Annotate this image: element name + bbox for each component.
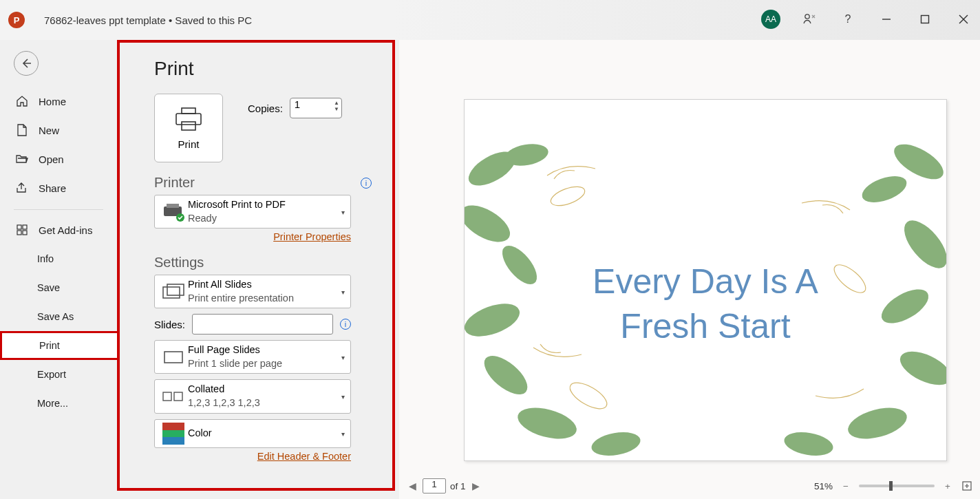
new-icon (15, 124, 29, 136)
nav-info[interactable]: Info (0, 244, 117, 273)
zoom-out-button[interactable]: − (840, 480, 852, 492)
printer-dropdown[interactable]: Microsoft Print to PDF Ready ▾ (154, 195, 351, 229)
close-button[interactable] (954, 10, 973, 29)
slides-label: Slides: (154, 319, 185, 330)
color-dropdown[interactable]: Color ▾ (154, 419, 351, 448)
print-button[interactable]: Print (154, 94, 223, 162)
minimize-button[interactable] (877, 10, 896, 29)
slides-info-icon[interactable]: i (340, 319, 351, 330)
chevron-down-icon: ▾ (341, 429, 345, 437)
share-icon (15, 182, 29, 193)
nav-open[interactable]: Open (0, 145, 117, 173)
zoom-slider[interactable] (859, 485, 935, 487)
document-title: 76862-leaves ppt template • Saved to thi… (44, 14, 252, 26)
svg-point-2 (805, 14, 809, 19)
printer-status-icon (159, 202, 188, 222)
collate-dropdown[interactable]: Collated 1,2,3 1,2,3 1,2,3 ▾ (154, 379, 351, 413)
nav-saveas[interactable]: Save As (0, 302, 117, 331)
next-page-button[interactable]: ▶ (470, 480, 482, 492)
nav-label: Info (37, 253, 54, 264)
titlebar: P 76862-leaves ppt template • Saved to t… (0, 0, 980, 40)
back-button[interactable] (14, 51, 39, 76)
nav-label: More... (37, 398, 68, 409)
home-icon (15, 95, 29, 107)
nav-label: Print (39, 340, 60, 351)
copies-input[interactable]: 1 ▲▼ (290, 98, 342, 118)
svg-rect-8 (23, 225, 27, 229)
nav-label: New (39, 125, 59, 136)
chevron-down-icon: ▾ (341, 392, 345, 400)
layout-dropdown[interactable]: Full Page Slides Print 1 slide per page … (154, 340, 351, 374)
open-icon (15, 153, 29, 164)
print-heading: Print (154, 58, 372, 80)
svg-rect-9 (17, 231, 21, 235)
svg-rect-13 (182, 122, 195, 130)
svg-rect-11 (182, 108, 195, 114)
layout-icon (159, 349, 188, 365)
nav-more[interactable]: More... (0, 389, 117, 418)
printer-info-icon[interactable]: i (361, 178, 372, 189)
svg-rect-17 (163, 287, 180, 298)
app-icon: P (8, 12, 25, 28)
print-preview-area: Every Day Is A Fresh Start ◀ 1 of 1 ▶ 51… (399, 40, 980, 499)
slide-preview: Every Day Is A Fresh Start (464, 99, 947, 461)
svg-rect-15 (167, 204, 179, 208)
printer-name: Microsoft Print to PDF (188, 198, 286, 212)
collate-sub: 1,2,3 1,2,3 1,2,3 (188, 396, 260, 410)
slides-input[interactable] (192, 314, 333, 335)
color-title: Color (188, 427, 212, 440)
page-number-input[interactable]: 1 (423, 478, 446, 493)
print-button-label: Print (178, 138, 200, 150)
nav-label: Home (39, 96, 66, 107)
prev-page-button[interactable]: ◀ (406, 480, 418, 492)
nav-share[interactable]: Share (0, 173, 117, 202)
slides-icon (159, 283, 188, 301)
maximize-button[interactable] (915, 10, 935, 29)
edit-header-footer-link[interactable]: Edit Header & Footer (154, 451, 351, 462)
chevron-down-icon: ▾ (341, 353, 345, 361)
fit-to-window-button[interactable] (961, 480, 973, 492)
print-range-dropdown[interactable]: Print All Slides Print entire presentati… (154, 275, 351, 308)
range-sub: Print entire presentation (188, 292, 294, 306)
titlebar-controls: AA ? (761, 10, 973, 29)
print-panel: Print Print Copies: 1 ▲▼ Printer i Micro… (117, 40, 395, 491)
svg-rect-20 (163, 392, 171, 401)
nav-save[interactable]: Save (0, 273, 117, 302)
addins-icon (15, 224, 29, 235)
nav-label: Open (39, 153, 64, 165)
printer-properties-link[interactable]: Printer Properties (154, 231, 351, 242)
zoom-in-button[interactable]: + (941, 480, 954, 492)
svg-rect-19 (164, 352, 182, 363)
nav-new[interactable]: New (0, 116, 117, 145)
help-icon[interactable]: ? (838, 10, 858, 29)
nav-label: Save (37, 282, 60, 293)
copies-spinner[interactable]: ▲▼ (334, 100, 339, 112)
nav-label: Get Add-ins (39, 224, 92, 236)
printer-heading: Printer (154, 175, 195, 191)
printer-icon (173, 107, 204, 131)
svg-rect-21 (174, 392, 182, 401)
nav-home[interactable]: Home (0, 87, 117, 116)
chevron-down-icon: ▾ (341, 288, 345, 295)
collate-icon (159, 390, 188, 403)
nav-export[interactable]: Export (0, 360, 117, 389)
preview-footer: ◀ 1 of 1 ▶ 51% − + (406, 477, 973, 495)
range-title: Print All Slides (188, 278, 294, 292)
printer-status: Ready (188, 212, 286, 226)
backstage-nav: Home New Open Share Get Add-ins Info Sav… (0, 40, 117, 499)
nav-separator (14, 209, 103, 210)
zoom-level: 51% (814, 481, 833, 491)
user-avatar[interactable]: AA (761, 10, 780, 29)
nav-label: Share (39, 182, 66, 194)
svg-rect-4 (922, 16, 929, 23)
collate-title: Collated (188, 383, 260, 396)
copies-label: Copies: (248, 103, 283, 114)
nav-addins[interactable]: Get Add-ins (0, 215, 117, 244)
settings-heading: Settings (154, 255, 204, 270)
slide-title-text: Every Day Is A Fresh Start (593, 259, 818, 349)
svg-rect-18 (167, 284, 184, 295)
svg-rect-10 (23, 231, 27, 235)
nav-label: Export (37, 369, 66, 380)
account-manager-icon[interactable] (800, 10, 819, 29)
nav-print[interactable]: Print (0, 331, 117, 360)
